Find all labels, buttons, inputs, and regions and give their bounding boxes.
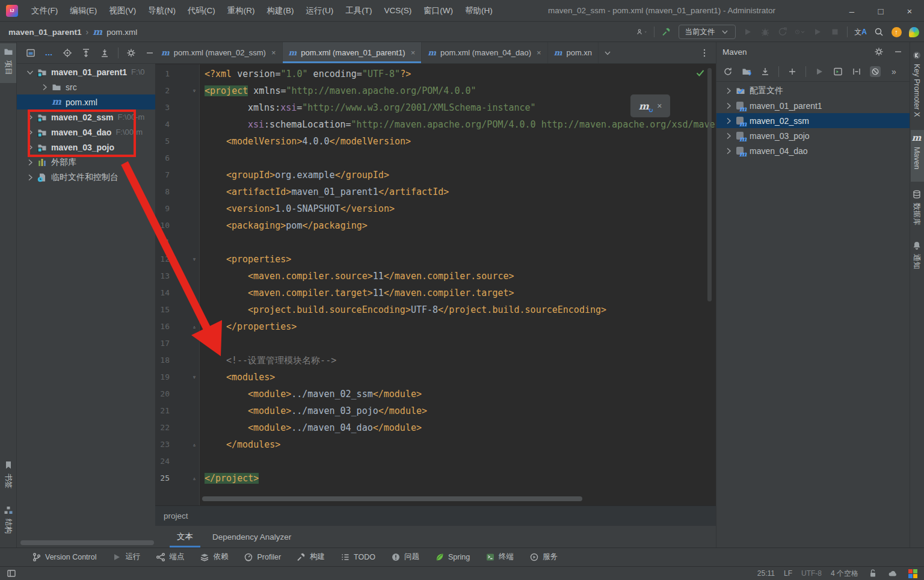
- select-opened-icon[interactable]: [25, 48, 36, 58]
- search-icon[interactable]: [873, 26, 884, 37]
- chevron-right-icon[interactable]: [722, 86, 735, 96]
- bottom-tab-Dependency Analyzer[interactable]: Dependency Analyzer: [205, 526, 298, 548]
- tool-stripe-project[interactable]: 项目: [2, 47, 15, 75]
- tool-stripe-数据库[interactable]: 数据库: [910, 190, 923, 226]
- tabs-dropdown-icon[interactable]: [602, 48, 613, 58]
- build-hammer-icon[interactable]: [661, 26, 672, 37]
- menu-item-1[interactable]: 编辑(E): [64, 0, 103, 21]
- toolwindow-switcher-icon[interactable]: [6, 568, 17, 579]
- project-tree-item-src[interactable]: src: [17, 79, 155, 94]
- close-icon[interactable]: ×: [657, 101, 662, 111]
- profiler-icon[interactable]: [777, 26, 788, 37]
- close-icon[interactable]: ×: [411, 48, 416, 57]
- bottom-bar-依赖[interactable]: 依赖: [192, 548, 236, 566]
- bottom-bar-端点[interactable]: 端点: [148, 548, 192, 566]
- download-icon[interactable]: [760, 66, 771, 77]
- menu-item-11[interactable]: 帮助(H): [459, 0, 499, 21]
- menu-item-7[interactable]: 运行(U): [300, 0, 340, 21]
- bottom-bar-Version Control[interactable]: Version Control: [24, 548, 104, 566]
- menu-item-3[interactable]: 导航(N): [142, 0, 182, 21]
- bottom-bar-TODO[interactable]: TODO: [333, 548, 383, 566]
- editor-tab[interactable]: mpom.xn: [548, 42, 599, 63]
- lock-icon[interactable]: [867, 568, 878, 579]
- maven-tree-item-maven_03_pojo[interactable]: mmaven_03_pojo: [716, 128, 910, 143]
- maven-tree-item-maven_02_ssm[interactable]: mmaven_02_ssm: [716, 113, 910, 128]
- cloud-icon[interactable]: [887, 568, 898, 579]
- project-tree-item-maven_01_parent1[interactable]: maven_01_parent1F:\0: [17, 64, 155, 79]
- sync-icon[interactable]: [722, 66, 733, 77]
- play-gray-icon[interactable]: [814, 66, 825, 77]
- translate-icon[interactable]: 文A: [854, 26, 867, 37]
- minus-icon[interactable]: [144, 48, 155, 58]
- gear-icon[interactable]: [873, 46, 884, 57]
- line-ending[interactable]: LF: [784, 569, 792, 578]
- menu-item-10[interactable]: 窗口(W): [417, 0, 459, 21]
- editor-hscrollbar[interactable]: [202, 496, 582, 501]
- tool-stripe-Key Promoter X[interactable]: Key Promoter X: [910, 51, 923, 117]
- indent-setting[interactable]: 4 个空格: [831, 569, 858, 579]
- fold-marker-icon[interactable]: ▵: [190, 470, 199, 487]
- editor-tab[interactable]: mpom.xml (maven_01_parent1)×: [283, 42, 422, 63]
- bottom-tab-文本[interactable]: 文本: [170, 526, 200, 548]
- expand-all-icon[interactable]: [81, 48, 91, 58]
- chevron-right-icon[interactable]: [722, 146, 735, 156]
- tool-stripe-Maven[interactable]: mMaven: [910, 134, 923, 169]
- fold-marker-icon[interactable]: ▵: [190, 318, 199, 335]
- chevron-right-icon[interactable]: [38, 82, 51, 92]
- chevron-right-icon[interactable]: [722, 101, 735, 111]
- kebab-menu-icon[interactable]: [699, 48, 710, 58]
- bottom-bar-问题[interactable]: 问题: [383, 548, 427, 566]
- bottom-bar-构建[interactable]: 构建: [289, 548, 333, 566]
- update-icon[interactable]: ↑: [891, 26, 902, 37]
- plus-icon[interactable]: [787, 66, 798, 77]
- project-tree-item-pom.xml[interactable]: mpom.xml: [17, 94, 155, 110]
- tool-stripe-structure[interactable]: 结构: [2, 505, 15, 534]
- inspection-ok-icon[interactable]: [695, 68, 705, 78]
- menu-item-6[interactable]: 构建(B): [261, 0, 300, 21]
- breadcrumb-file[interactable]: pom.xml: [106, 28, 137, 37]
- debug-icon[interactable]: [760, 26, 771, 37]
- chevron-right-icon[interactable]: [24, 158, 36, 167]
- chevron-right-icon[interactable]: [722, 131, 735, 141]
- chevron-right-icon[interactable]: [24, 173, 36, 182]
- menu-item-8[interactable]: 工具(T): [339, 0, 378, 21]
- bottom-bar-Profiler[interactable]: Profiler: [236, 548, 289, 566]
- editor-vscrollbar[interactable]: [707, 68, 712, 301]
- minimize-button[interactable]: –: [837, 0, 866, 22]
- close-icon[interactable]: ×: [537, 48, 541, 57]
- close-icon[interactable]: ×: [271, 48, 276, 57]
- close-button[interactable]: ×: [895, 0, 924, 22]
- run2-icon[interactable]: [812, 26, 823, 37]
- collaborate-icon[interactable]: [636, 26, 647, 37]
- maximize-button[interactable]: □: [866, 0, 895, 22]
- collapse-all-icon[interactable]: [99, 48, 110, 58]
- tool-stripe-通知[interactable]: 通知: [910, 241, 923, 269]
- fold-marker-icon[interactable]: ▿: [190, 369, 199, 386]
- bottom-bar-运行[interactable]: 运行: [104, 548, 148, 566]
- chevron-down-icon[interactable]: [24, 67, 36, 77]
- run-terminal-icon[interactable]: [833, 66, 843, 77]
- maven-tree-item-maven_01_parent1[interactable]: mmaven_01_parent1: [716, 98, 910, 113]
- chevron-right-icon[interactable]: [722, 116, 735, 126]
- file-encoding[interactable]: UTF-8: [801, 569, 822, 578]
- bottom-bar-终端[interactable]: 终端: [478, 548, 522, 566]
- tool-stripe-bookmarks[interactable]: 书签: [2, 460, 15, 489]
- coverage-icon[interactable]: [795, 26, 805, 37]
- menu-item-2[interactable]: 视图(V): [103, 0, 142, 21]
- hide-icon[interactable]: [893, 46, 904, 57]
- skip-tests-icon[interactable]: [851, 66, 862, 77]
- run-icon[interactable]: [742, 26, 753, 37]
- menu-item-4[interactable]: 代码(C): [182, 0, 221, 21]
- fold-marker-icon[interactable]: ▿: [190, 251, 199, 268]
- locate-icon[interactable]: [62, 48, 73, 58]
- breadcrumb-project[interactable]: maven_01_parent1: [8, 28, 82, 37]
- fold-marker-icon[interactable]: ▿: [190, 82, 199, 99]
- maven-tree-item-maven_04_dao[interactable]: mmaven_04_dao: [716, 143, 910, 158]
- gear-icon[interactable]: [126, 48, 137, 58]
- offline-icon[interactable]: [870, 66, 881, 77]
- menu-item-5[interactable]: 重构(R): [221, 0, 261, 21]
- bottom-bar-Spring[interactable]: Spring: [427, 548, 478, 566]
- caret-position[interactable]: 25:11: [757, 569, 775, 578]
- menu-item-9[interactable]: VCS(S): [378, 0, 418, 21]
- xml-breadcrumb[interactable]: project: [164, 511, 188, 520]
